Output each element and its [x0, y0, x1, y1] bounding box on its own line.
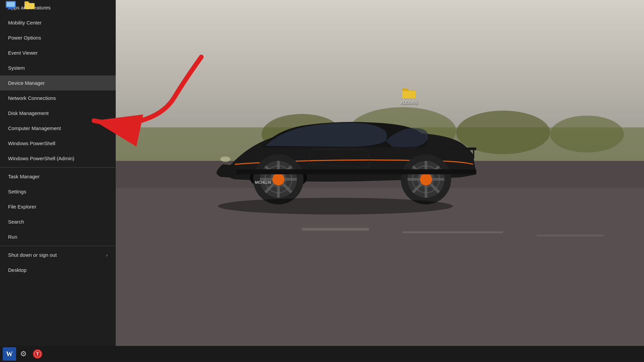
- gear-icon: ⚙: [20, 350, 27, 358]
- top-bar: [0, 0, 40, 10]
- svg-rect-39: [9, 8, 13, 9]
- svg-rect-34: [473, 150, 474, 159]
- app-icon-svg: T: [32, 349, 43, 359]
- context-menu: Apps and FeaturesMobility CenterPower Op…: [0, 0, 116, 362]
- menu-item-computer-management[interactable]: Computer Management: [0, 121, 116, 136]
- word-taskbar-icon[interactable]: W: [3, 347, 16, 361]
- computer-icon: [5, 0, 17, 10]
- menu-divider: [0, 167, 116, 168]
- svg-rect-9: [402, 231, 503, 233]
- menu-item-desktop[interactable]: Desktop: [0, 262, 116, 278]
- menu-item-label-settings: Settings: [8, 189, 26, 194]
- menu-item-device-manager[interactable]: Device Manager: [0, 75, 116, 90]
- svg-point-19: [272, 173, 284, 185]
- menu-item-task-manager[interactable]: Task Manager: [0, 169, 116, 184]
- menu-item-system[interactable]: System: [0, 60, 116, 75]
- svg-rect-31: [228, 169, 476, 174]
- computer-desktop-icon[interactable]: [3, 0, 19, 10]
- menu-item-label-windows-powershell-admin: Windows PowerShell (Admin): [8, 156, 74, 161]
- menu-divider: [0, 246, 116, 246]
- menu-item-label-computer-management: Computer Management: [8, 125, 61, 131]
- menu-item-settings[interactable]: Settings: [0, 184, 116, 199]
- svg-rect-10: [537, 235, 604, 236]
- svg-text:T: T: [36, 351, 39, 357]
- settings-taskbar-icon[interactable]: ⚙: [17, 347, 30, 361]
- svg-rect-8: [302, 228, 369, 231]
- addons-label: ADDONS: [400, 101, 418, 105]
- menu-item-label-run: Run: [8, 234, 17, 240]
- menu-item-label-disk-management: Disk Management: [8, 110, 49, 116]
- svg-rect-33: [453, 150, 454, 160]
- svg-rect-42: [402, 91, 416, 98]
- menu-item-power-options[interactable]: Power Options: [0, 30, 116, 45]
- menu-item-label-mobility-center: Mobility Center: [8, 20, 42, 25]
- menu-item-label-desktop: Desktop: [8, 267, 26, 273]
- menu-item-label-file-explorer: File Explorer: [8, 204, 36, 209]
- submenu-arrow-shut-down: ›: [106, 252, 108, 258]
- menu-item-search[interactable]: Search: [0, 214, 116, 229]
- menu-item-windows-powershell[interactable]: Windows PowerShell: [0, 136, 116, 151]
- svg-rect-32: [449, 147, 476, 150]
- svg-point-28: [420, 173, 432, 185]
- menu-item-label-power-options: Power Options: [8, 35, 41, 41]
- menu-item-event-viewer[interactable]: Event Viewer: [0, 45, 116, 60]
- menu-item-mobility-center[interactable]: Mobility Center: [0, 15, 116, 30]
- menu-item-network-connections[interactable]: Network Connections: [0, 90, 116, 106]
- taskbar: W ⚙ T: [0, 346, 644, 362]
- app-taskbar-icon[interactable]: T: [31, 347, 44, 361]
- svg-point-36: [218, 198, 453, 215]
- menu-item-label-event-viewer: Event Viewer: [8, 50, 38, 56]
- menu-item-label-shut-down: Shut down or sign out: [8, 252, 57, 258]
- folder-icon: [23, 0, 36, 10]
- menu-item-run[interactable]: Run: [0, 229, 116, 244]
- folder-desktop-icon[interactable]: [21, 0, 38, 10]
- addons-desktop-icon[interactable]: ADDONS: [400, 86, 418, 105]
- word-icon-letter: W: [6, 350, 13, 358]
- menu-item-label-task-manager: Task Manager: [8, 174, 40, 179]
- addons-folder-icon: [401, 86, 417, 100]
- svg-point-35: [220, 157, 230, 162]
- menu-item-disk-management[interactable]: Disk Management: [0, 106, 116, 121]
- menu-item-windows-powershell-admin[interactable]: Windows PowerShell (Admin): [0, 151, 116, 166]
- svg-rect-41: [24, 4, 35, 9]
- svg-rect-38: [7, 2, 15, 7]
- svg-text:MICHELIN: MICHELIN: [255, 181, 271, 184]
- menu-item-label-windows-powershell: Windows PowerShell: [8, 140, 55, 146]
- svg-point-5: [550, 116, 624, 153]
- menu-item-label-device-manager: Device Manager: [8, 80, 45, 86]
- svg-rect-40: [7, 9, 14, 9]
- menu-item-label-network-connections: Network Connections: [8, 95, 56, 101]
- menu-item-label-search: Search: [8, 219, 24, 225]
- menu-item-shut-down[interactable]: Shut down or sign out›: [0, 247, 116, 262]
- menu-item-file-explorer[interactable]: File Explorer: [0, 199, 116, 214]
- menu-item-label-system: System: [8, 65, 25, 71]
